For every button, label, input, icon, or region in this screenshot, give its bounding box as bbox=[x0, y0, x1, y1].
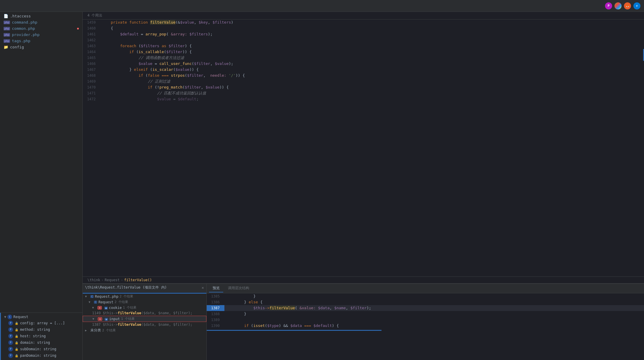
file-badge-small: ■ bbox=[105, 317, 108, 321]
line-content: $this->filterValue( &value: $data, $name… bbox=[224, 305, 644, 311]
line-content: if (isset($type) && $data === $default) … bbox=[224, 323, 644, 329]
structure-class-request[interactable]: ▼ C Request bbox=[0, 314, 82, 320]
line-content: // 正则过滤 bbox=[100, 78, 644, 84]
property-badge: P bbox=[8, 347, 13, 351]
property-text: panDomain: string bbox=[20, 354, 56, 358]
expand-icon: ▶ bbox=[85, 329, 89, 332]
preview-code-content: 1385 } 1386 } else { 1387 $this->filterV… bbox=[207, 293, 644, 360]
close-search-button[interactable]: × bbox=[202, 285, 204, 290]
property-badge: P bbox=[8, 327, 13, 332]
line-number: 1461 bbox=[83, 31, 100, 37]
line-number: 1389 bbox=[207, 317, 224, 323]
tree-item-requestphp[interactable]: ▼ C Request.php 2 个结果 bbox=[83, 294, 206, 299]
property-text: config: array = [...] bbox=[20, 321, 65, 325]
class-badge: C bbox=[7, 315, 12, 319]
file-item-tags[interactable]: php tags.php bbox=[0, 38, 82, 44]
firefox-icon: 🦊 bbox=[624, 2, 631, 9]
tab-preview[interactable]: 预览 bbox=[209, 284, 223, 292]
code-line-1462: 1462 bbox=[83, 37, 644, 43]
code-line-1465: 1465 // 调用函数或者方法过滤 bbox=[83, 55, 644, 61]
code-editor[interactable]: 1459 private function filterValue(&$valu… bbox=[83, 19, 644, 276]
line-content: } elseif (is_scalar($value)) { bbox=[100, 67, 644, 73]
breadcrumb-request: Request bbox=[105, 278, 120, 282]
file-item-command[interactable]: php command.php bbox=[0, 19, 82, 25]
tree-label-input: input bbox=[109, 317, 120, 321]
php-badge: php bbox=[4, 39, 10, 43]
property-text: method: string bbox=[20, 328, 50, 332]
search-tree: ▼ C Request.php 2 个结果 ▼ C Request 2 个结果 bbox=[83, 292, 206, 360]
struct-item-subdomain[interactable]: P 🔒 subDomain: string bbox=[0, 346, 82, 352]
code-line-1466: 1466 $value = call_user_func($filter, $v… bbox=[83, 61, 644, 67]
tree-item-cookie[interactable]: ▼ m ■ cookie 1 个结果 bbox=[83, 305, 206, 310]
code-line-1459: 1459 private function filterValue(&$valu… bbox=[83, 19, 644, 25]
line-number: 1149 bbox=[92, 311, 103, 315]
search-results-panel: \think\Request.filterValue (项目文件 内) × ▼ … bbox=[83, 284, 207, 360]
property-badge: P bbox=[8, 340, 13, 345]
line-number: 1388 bbox=[207, 311, 224, 317]
line-number: 1463 bbox=[83, 43, 100, 49]
file-name: common.php bbox=[12, 26, 35, 31]
lock-icon: 🔒 bbox=[15, 328, 18, 331]
line-content: { bbox=[100, 25, 644, 31]
lock-icon: 🔒 bbox=[15, 341, 18, 344]
line-content: foreach ($filters as $filter) { bbox=[100, 43, 644, 49]
line-content: if (is_callable($filter)) { bbox=[100, 49, 644, 55]
tree-item-unclassified[interactable]: ▶ 未分类 2 个结果 bbox=[83, 327, 206, 333]
property-badge: P bbox=[8, 334, 13, 338]
line-number: 1387 bbox=[207, 305, 224, 311]
struct-item-method[interactable]: P 🔒 method: string bbox=[0, 326, 82, 333]
lock-icon: 🔒 bbox=[15, 322, 18, 325]
struct-item-host[interactable]: P 🔒 host: string bbox=[0, 333, 82, 339]
preview-line-1390: 1390 if (isset($type) && $data === $defa… bbox=[207, 323, 644, 329]
tree-label: Request.php bbox=[95, 294, 118, 299]
tree-item-input[interactable]: ▼ m ■ input 1 个结果 bbox=[83, 316, 206, 322]
code-line-1463: 1463 foreach ($filters as $filter) { bbox=[83, 43, 644, 49]
file-name: .htaccess bbox=[10, 14, 31, 18]
preview-line-1388: 1388 } bbox=[207, 311, 644, 317]
tree-item-request-class[interactable]: ▼ C Request 2 个结果 bbox=[83, 299, 206, 305]
line-content: $default = array_pop( &array: $filters); bbox=[100, 31, 644, 37]
property-text: subDomain: string bbox=[20, 347, 56, 351]
line-content: } bbox=[224, 293, 644, 299]
line-content: } bbox=[224, 311, 644, 317]
line-content: if (false === strpos($filter, needle: '/… bbox=[100, 73, 644, 78]
line-number: 1470 bbox=[83, 84, 100, 90]
preview-line-1386: 1386 } else { bbox=[207, 299, 644, 305]
tree-label: cookie bbox=[109, 306, 122, 310]
structure-panel: ▼ C Request P 🔒 config: array = [...] P … bbox=[0, 312, 82, 360]
class-name: Request bbox=[13, 315, 28, 319]
breadcrumb-think: \think bbox=[87, 278, 100, 282]
file-name: provider.php bbox=[12, 32, 40, 37]
result-count: 2 个结果 bbox=[115, 300, 128, 304]
file-item-config[interactable]: 📁 config bbox=[0, 44, 82, 50]
tab-call-hierarchy[interactable]: 调用层次结构 bbox=[224, 284, 253, 292]
code-line-1460: 1460 { bbox=[83, 25, 644, 31]
file-item-common[interactable]: php common.php bbox=[0, 25, 82, 32]
file-item-provider[interactable]: php provider.php bbox=[0, 32, 82, 38]
file-badge: C bbox=[90, 295, 94, 298]
php-badge: php bbox=[4, 27, 10, 30]
tree-result-cookie-1149[interactable]: 1149 $this->filterValue($data, $name, $f… bbox=[83, 310, 206, 316]
struct-item-pandomain[interactable]: P 🔒 panDomain: string bbox=[0, 352, 82, 359]
line-number: 1386 bbox=[207, 299, 224, 305]
tree-label: Request bbox=[98, 300, 113, 304]
search-tab-bar: \think\Request.filterValue (项目文件 内) × bbox=[83, 284, 206, 292]
line-content: if (!preg_match($filter, $value)) { bbox=[100, 84, 644, 90]
file-name: command.php bbox=[12, 20, 37, 24]
browser-bar: P 🦊 e bbox=[0, 0, 644, 12]
code-line-1468: 1468 if (false === strpos($filter, needl… bbox=[83, 73, 644, 78]
file-badge-small: ■ bbox=[104, 306, 107, 310]
result-text: $this->filterValue($data, $name, $filter… bbox=[103, 323, 192, 327]
struct-item-config[interactable]: P 🔒 config: array = [...] bbox=[0, 320, 82, 326]
line-number: 1466 bbox=[83, 61, 100, 67]
expand-icon: ▼ bbox=[85, 295, 89, 298]
tree-result-input-1387[interactable]: 1387 $this->filterValue($data, $name, $f… bbox=[83, 322, 206, 327]
line-number: 1467 bbox=[83, 67, 100, 73]
line-number: 1471 bbox=[83, 90, 100, 96]
main-layout: 📄 .htaccess php command.php php common.p… bbox=[0, 12, 644, 360]
file-item-htaccess[interactable]: 📄 .htaccess bbox=[0, 13, 82, 19]
file-name: tags.php bbox=[12, 39, 30, 43]
struct-item-domain[interactable]: P 🔒 domain: string bbox=[0, 339, 82, 346]
line-number: 1462 bbox=[83, 37, 100, 43]
line-content: // 调用函数或者方法过滤 bbox=[100, 55, 644, 61]
